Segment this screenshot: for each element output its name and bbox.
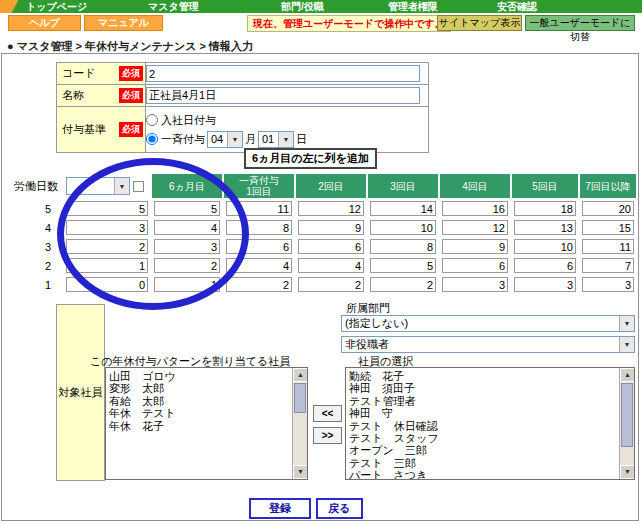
month-select[interactable]: 04 ▼ [207, 131, 243, 148]
nav-item-department[interactable]: 部門/役職 [281, 0, 324, 13]
employee-item[interactable]: 山田 ゴロウ [106, 370, 292, 382]
grant-day-input[interactable] [442, 201, 508, 216]
hire-date-radio[interactable] [146, 114, 158, 126]
grant-day-input[interactable] [226, 201, 292, 216]
grant-day-input[interactable] [66, 201, 148, 216]
switch-user-mode-button[interactable]: 一般ユーザーモードに切替 [525, 15, 635, 31]
month0-select[interactable]: 0ヵ月目 ▼ [66, 177, 130, 195]
nav-item-admin[interactable]: 管理者権限 [388, 0, 438, 13]
grant-day-input[interactable] [582, 201, 634, 216]
employee-item[interactable]: オープン 三郎 [346, 444, 619, 456]
back-button[interactable]: 戻る [316, 498, 363, 519]
column-header: 7回目以降 [579, 173, 637, 199]
employee-item[interactable]: 変形 太郎 [106, 382, 292, 394]
department-label: 所属部門 [346, 301, 390, 316]
submit-button[interactable]: 登録 [249, 498, 311, 519]
grant-day-input[interactable] [298, 258, 364, 273]
employee-item[interactable]: 年休 テスト [106, 407, 292, 419]
employee-item[interactable]: 神田 守 [346, 407, 619, 419]
grant-day-input[interactable] [226, 239, 292, 254]
grant-day-input[interactable] [370, 220, 436, 235]
grant-day-input[interactable] [514, 220, 576, 235]
fixed-date-radio[interactable] [146, 133, 158, 145]
column-header: 2回目 [295, 173, 367, 199]
employee-item[interactable]: テスト 休日確認 [346, 420, 619, 432]
grant-day-input[interactable] [514, 239, 576, 254]
selectable-employees-list[interactable]: 勤続 花子 神田 須田子 テスト管理者 神田 守 テスト 休日確認 テスト スタ… [345, 367, 635, 480]
name-input[interactable] [146, 87, 420, 104]
nav-item-top-page[interactable]: トップページ [26, 0, 87, 13]
move-to-assigned-button[interactable]: << [313, 405, 342, 422]
grant-day-input[interactable] [66, 277, 148, 292]
employee-item[interactable]: 神田 須田子 [346, 382, 619, 394]
scroll-down-icon[interactable]: ▼ [293, 465, 307, 479]
manual-button[interactable]: マニュアル [84, 15, 163, 31]
required-badge: 必須 [119, 88, 143, 103]
dropdown-arrow-icon: ▼ [114, 178, 129, 194]
grant-day-input[interactable] [66, 258, 148, 273]
grant-day-input[interactable] [226, 277, 292, 292]
grant-day-input[interactable] [298, 277, 364, 292]
grant-day-input[interactable] [582, 220, 634, 235]
employee-item[interactable]: テスト管理者 [346, 395, 619, 407]
grant-day-input[interactable] [370, 201, 436, 216]
header-checkbox[interactable] [133, 181, 144, 192]
grant-day-input[interactable] [226, 220, 292, 235]
sitemap-button[interactable]: サイトマップ表示 [437, 15, 522, 31]
employee-item[interactable]: テスト スタッフ [346, 432, 619, 444]
name-label: 名称 [62, 88, 84, 103]
help-button[interactable]: ヘルプ [8, 15, 81, 31]
grant-day-input[interactable] [442, 277, 508, 292]
grant-day-input[interactable] [154, 277, 220, 292]
grant-day-input[interactable] [442, 239, 508, 254]
assigned-employees-list[interactable]: 山田 ゴロウ 変形 太郎 有給 太郎 年休 テスト 年休 花子 ▲ ▼ [105, 367, 308, 480]
scroll-up-icon[interactable]: ▲ [620, 368, 634, 382]
scroll-up-icon[interactable]: ▲ [293, 368, 307, 382]
grant-day-input[interactable] [442, 220, 508, 235]
grant-day-input[interactable] [154, 201, 220, 216]
scroll-down-icon[interactable]: ▼ [620, 465, 634, 479]
grant-day-input[interactable] [514, 258, 576, 273]
grant-day-input[interactable] [370, 277, 436, 292]
nav-item-safety[interactable]: 安否確認 [497, 0, 537, 13]
month-select-value: 04 [211, 133, 223, 145]
scrollbar[interactable]: ▲ ▼ [619, 368, 634, 479]
table-row: 4 [9, 218, 637, 237]
grant-day-input[interactable] [298, 239, 364, 254]
grant-day-input[interactable] [370, 258, 436, 273]
grant-day-input[interactable] [582, 277, 634, 292]
scrollbar[interactable]: ▲ ▼ [292, 368, 307, 479]
grant-day-input[interactable] [154, 239, 220, 254]
role-select-value: 非役職者 [345, 337, 389, 352]
scrollbar-thumb[interactable] [621, 383, 633, 447]
employee-item[interactable]: 年休 花子 [106, 420, 292, 432]
grant-day-input[interactable] [298, 220, 364, 235]
employee-item[interactable]: 勤続 花子 [346, 370, 619, 382]
employee-item[interactable]: 有給 太郎 [106, 395, 292, 407]
grant-day-input[interactable] [154, 258, 220, 273]
nav-item-master[interactable]: マスタ管理 [148, 0, 199, 13]
grant-day-input[interactable] [370, 239, 436, 254]
grant-day-input[interactable] [582, 239, 634, 254]
grant-day-input[interactable] [442, 258, 508, 273]
department-select[interactable]: (指定しない) ▼ [341, 315, 635, 332]
employee-item[interactable]: テスト 三郎 [346, 457, 619, 469]
month0-header-cell: 0ヵ月目 ▼ [63, 173, 151, 199]
role-select[interactable]: 非役職者 ▼ [341, 336, 635, 353]
grant-day-input[interactable] [154, 220, 220, 235]
move-to-selection-button[interactable]: >> [313, 427, 342, 444]
grant-day-input[interactable] [514, 277, 576, 292]
employee-item[interactable]: パート さつき [346, 469, 619, 480]
grant-day-input[interactable] [582, 258, 634, 273]
add-column-button[interactable]: 6ヵ月目の左に列を追加 [244, 148, 377, 169]
grant-day-input[interactable] [66, 239, 148, 254]
code-input[interactable] [146, 65, 420, 82]
grant-day-input[interactable] [514, 201, 576, 216]
day-select[interactable]: 01 ▼ [258, 131, 294, 148]
days-value: 2 [9, 260, 63, 272]
grant-day-input[interactable] [298, 201, 364, 216]
scrollbar-thumb[interactable] [294, 383, 306, 413]
grant-day-input[interactable] [66, 220, 148, 235]
grant-day-input[interactable] [226, 258, 292, 273]
top-nav: トップページ マスタ管理 部門/役職 管理者権限 安否確認 [0, 0, 642, 13]
